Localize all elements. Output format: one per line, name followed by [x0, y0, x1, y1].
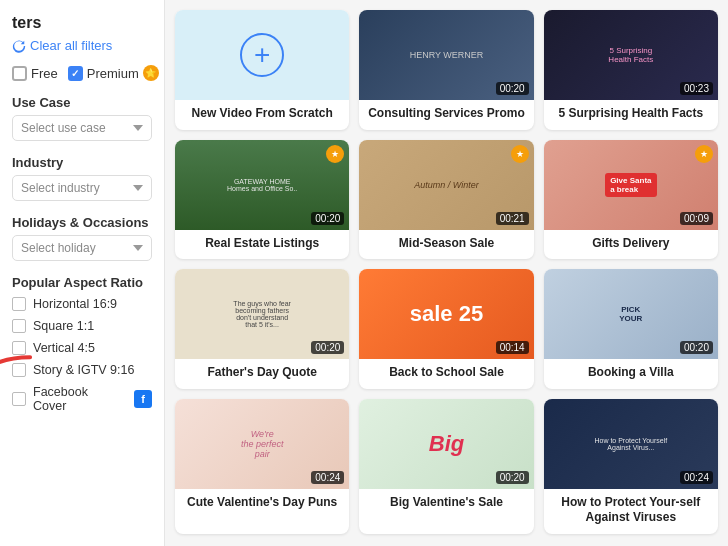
midseason-duration: 00:21 — [496, 212, 529, 225]
refresh-icon — [12, 39, 26, 53]
premium-label: Premium — [87, 66, 139, 81]
sidebar-title: ters — [12, 14, 152, 32]
villa-title: Booking a Villa — [544, 359, 718, 389]
aspect-fb[interactable]: Facebook Cover f — [12, 385, 152, 413]
midseason-card[interactable]: Autumn / Winter 00:21 ★ Mid-Season Sale — [359, 140, 533, 260]
virus-duration: 00:24 — [680, 471, 713, 484]
valentines-cute-duration: 00:24 — [311, 471, 344, 484]
villa-thumb: PICKYOUR 00:20 — [544, 269, 718, 359]
clear-filters-button[interactable]: Clear all filters — [12, 38, 152, 53]
gifts-duration: 00:09 — [680, 212, 713, 225]
health-card[interactable]: 5 SurprisingHealth Facts 00:23 5 Surpris… — [544, 10, 718, 130]
gifts-card[interactable]: Give Santaa break 00:09 ★ Gifts Delivery — [544, 140, 718, 260]
fb-checkbox[interactable] — [12, 392, 26, 406]
plus-icon: + — [240, 33, 284, 77]
template-grid: + New Video From Scratch HENRY WERNER 00… — [175, 10, 718, 534]
holidays-section: Holidays & Occasions Select holiday — [12, 215, 152, 261]
valentines-cute-thumb: We'rethe perfectpair 00:24 — [175, 399, 349, 489]
h169-label: Horizontal 16:9 — [33, 297, 117, 311]
valentines-big-title: Big Valentine's Sale — [359, 489, 533, 519]
holidays-select[interactable]: Select holiday — [12, 235, 152, 261]
aspect-s11[interactable]: Square 1:1 — [12, 319, 152, 333]
realestate-title: Real Estate Listings — [175, 230, 349, 260]
consulting-duration: 00:20 — [496, 82, 529, 95]
consulting-title: Consulting Services Promo — [359, 100, 533, 130]
health-duration: 00:23 — [680, 82, 713, 95]
holidays-label: Holidays & Occasions — [12, 215, 152, 230]
health-title: 5 Surprising Health Facts — [544, 100, 718, 130]
check-icon: ✓ — [71, 68, 79, 79]
v45-label: Vertical 4:5 — [33, 341, 95, 355]
new-video-thumb: + — [175, 10, 349, 100]
fathers-card[interactable]: The guys who fearbecoming fathersdon't u… — [175, 269, 349, 389]
aspect-h169[interactable]: Horizontal 16:9 — [12, 297, 152, 311]
fathers-duration: 00:20 — [311, 341, 344, 354]
gifts-thumb: Give Santaa break 00:09 ★ — [544, 140, 718, 230]
free-option[interactable]: Free — [12, 66, 58, 81]
midseason-thumb: Autumn / Winter 00:21 ★ — [359, 140, 533, 230]
sidebar: ters Clear all filters Free ✓ Premium ⭐ … — [0, 0, 165, 546]
villa-duration: 00:20 — [680, 341, 713, 354]
use-case-label: Use Case — [12, 95, 152, 110]
fathers-title: Father's Day Quote — [175, 359, 349, 389]
s11-checkbox[interactable] — [12, 319, 26, 333]
virus-thumb: How to Protect YourselfAgainst Virus... … — [544, 399, 718, 489]
aspect-v45[interactable]: Vertical 4:5 — [12, 341, 152, 355]
villa-card[interactable]: PICKYOUR 00:20 Booking a Villa — [544, 269, 718, 389]
aspect-s916[interactable]: Story & IGTV 9:16 — [12, 363, 152, 377]
free-label: Free — [31, 66, 58, 81]
price-filter-row: Free ✓ Premium ⭐ — [12, 65, 152, 81]
valentines-big-thumb: Big 00:20 — [359, 399, 533, 489]
consulting-card[interactable]: HENRY WERNER 00:20 Consulting Services P… — [359, 10, 533, 130]
premium-checkbox[interactable]: ✓ — [68, 66, 83, 81]
aspect-ratio-section: Popular Aspect Ratio Horizontal 16:9 Squ… — [12, 275, 152, 413]
industry-label: Industry — [12, 155, 152, 170]
virus-card[interactable]: How to Protect YourselfAgainst Virus... … — [544, 399, 718, 534]
free-checkbox[interactable] — [12, 66, 27, 81]
industry-select[interactable]: Select industry — [12, 175, 152, 201]
virus-title: How to Protect Your-self Against Viruses — [544, 489, 718, 534]
s916-label: Story & IGTV 9:16 — [33, 363, 134, 377]
realestate-thumb: GATEWAY HOMEHomes and Office So.. 00:20 … — [175, 140, 349, 230]
valentines-cute-title: Cute Valentine's Day Puns — [175, 489, 349, 519]
valentines-big-card[interactable]: Big 00:20 Big Valentine's Sale — [359, 399, 533, 534]
premium-star-badge: ⭐ — [143, 65, 159, 81]
h169-checkbox[interactable] — [12, 297, 26, 311]
use-case-select[interactable]: Select use case — [12, 115, 152, 141]
gifts-title: Gifts Delivery — [544, 230, 718, 260]
s11-label: Square 1:1 — [33, 319, 94, 333]
use-case-section: Use Case Select use case — [12, 95, 152, 141]
fb-label: Facebook Cover — [33, 385, 123, 413]
midseason-premium: ★ — [511, 145, 529, 163]
s916-checkbox[interactable] — [12, 363, 26, 377]
health-thumb: 5 SurprisingHealth Facts 00:23 — [544, 10, 718, 100]
clear-filters-label: Clear all filters — [30, 38, 112, 53]
realestate-duration: 00:20 — [311, 212, 344, 225]
backtoschool-title: Back to School Sale — [359, 359, 533, 389]
backtoschool-thumb: sale 25 00:14 — [359, 269, 533, 359]
gifts-premium: ★ — [695, 145, 713, 163]
realestate-card[interactable]: GATEWAY HOMEHomes and Office So.. 00:20 … — [175, 140, 349, 260]
facebook-icon: f — [134, 390, 152, 408]
new-video-card[interactable]: + New Video From Scratch — [175, 10, 349, 130]
main-content: + New Video From Scratch HENRY WERNER 00… — [165, 0, 728, 546]
valentines-big-duration: 00:20 — [496, 471, 529, 484]
consulting-thumb: HENRY WERNER 00:20 — [359, 10, 533, 100]
midseason-title: Mid-Season Sale — [359, 230, 533, 260]
backtoschool-duration: 00:14 — [496, 341, 529, 354]
realestate-premium: ★ — [326, 145, 344, 163]
new-video-title: New Video From Scratch — [175, 100, 349, 130]
backtoschool-card[interactable]: sale 25 00:14 Back to School Sale — [359, 269, 533, 389]
aspect-ratio-label: Popular Aspect Ratio — [12, 275, 152, 290]
v45-checkbox[interactable] — [12, 341, 26, 355]
fathers-thumb: The guys who fearbecoming fathersdon't u… — [175, 269, 349, 359]
industry-section: Industry Select industry — [12, 155, 152, 201]
valentines-cute-card[interactable]: We'rethe perfectpair 00:24 Cute Valentin… — [175, 399, 349, 534]
premium-option[interactable]: ✓ Premium ⭐ — [68, 65, 159, 81]
